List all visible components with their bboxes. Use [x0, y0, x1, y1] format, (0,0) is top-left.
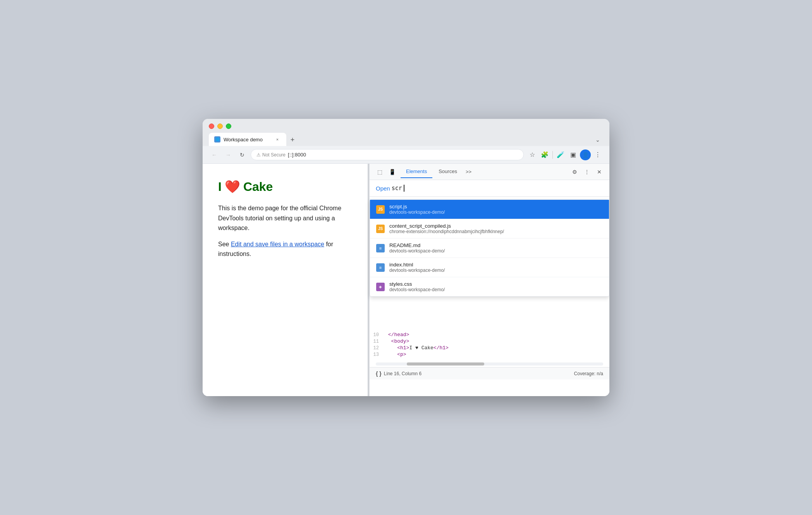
file-name-readme: README.md: [389, 242, 445, 248]
devtools-panel: ⬚ 📱 Elements Sources >> ⚙: [369, 164, 609, 396]
tab-bar: 🌐 Workspace demo × + ⌄: [209, 133, 603, 146]
heart-icon: ❤️: [225, 179, 240, 194]
page-heading: I ❤️ Cake: [218, 179, 352, 194]
tab-close-button[interactable]: ×: [274, 136, 281, 143]
code-area-wrapper: 10 </head> 11 <body> 12 <h1>I ♥ Cake</h1…: [370, 328, 609, 396]
code-line-13: 13 <p>: [370, 351, 609, 358]
new-tab-button[interactable]: +: [287, 134, 298, 145]
menu-button[interactable]: ⋮: [592, 149, 603, 160]
omnibox-typed-text: scr: [392, 185, 402, 192]
extensions-button[interactable]: 🧩: [539, 149, 550, 160]
coverage-status: Coverage: n/a: [574, 371, 603, 376]
file-path-index-html: devtools-workspace-demo/: [389, 268, 445, 273]
heading-cake: Cake: [243, 180, 273, 194]
devtools-settings-button[interactable]: ⚙: [569, 167, 580, 177]
omnibox-area: Open scr JS script.js devtools-workspace…: [370, 180, 609, 197]
file-item-script-js[interactable]: JS script.js devtools-workspace-demo/: [370, 200, 609, 219]
sidebar-button[interactable]: ▣: [568, 149, 578, 160]
devtools-tabs: Elements Sources >>: [401, 165, 568, 178]
main-content: I ❤️ Cake This is the demo page for the …: [203, 164, 609, 396]
code-line-11: 11 <body>: [370, 338, 609, 345]
omnibox-open-label: Open: [376, 185, 390, 192]
profile-button[interactable]: 👤: [580, 149, 591, 160]
file-item-index-html[interactable]: ≡ index.html devtools-workspace-demo/: [370, 258, 609, 277]
page-link-paragraph: See Edit and save files in a workspace f…: [218, 239, 352, 259]
back-button[interactable]: ←: [209, 149, 220, 160]
file-item-content-script[interactable]: JS content_script_compiled.js chrome-ext…: [370, 219, 609, 239]
scrollbar-thumb[interactable]: [407, 362, 484, 366]
omnibox-input[interactable]: Open scr: [376, 185, 603, 192]
code-editor[interactable]: 10 </head> 11 <body> 12 <h1>I ♥ Cake</h1…: [370, 328, 609, 361]
device-icon: 📱: [389, 169, 396, 175]
settings-icon: ⚙: [572, 169, 577, 175]
js-file-icon: JS: [376, 205, 385, 214]
ext-file-icon: JS: [376, 225, 385, 233]
forward-button[interactable]: →: [223, 149, 234, 160]
browser-window: 🌐 Workspace demo × + ⌄ ← → ↻ ⚠ Not Secur…: [203, 119, 609, 396]
heading-i: I: [218, 180, 222, 194]
file-name-content-script: content_script_compiled.js: [389, 223, 504, 229]
file-path-script-js: devtools-workspace-demo/: [389, 209, 445, 215]
url-bar[interactable]: ⚠ Not Secure [::]:8000: [251, 149, 524, 160]
profile-icon: 👤: [582, 152, 589, 158]
file-name-script-js: script.js: [389, 204, 445, 209]
devtools-close-button[interactable]: ✕: [594, 167, 605, 177]
devtools-status-bar: { } Line 16, Column 6 Coverage: n/a: [370, 367, 609, 379]
html-file-icon: ≡: [376, 263, 385, 272]
file-name-index-html: index.html: [389, 262, 445, 268]
maximize-button[interactable]: [226, 124, 231, 129]
see-text: See: [218, 241, 231, 247]
code-line-10: 10 </head>: [370, 331, 609, 338]
menu-icon: ⋮: [584, 169, 590, 175]
file-item-styles-css[interactable]: ◈ styles.css devtools-workspace-demo/: [370, 277, 609, 296]
tab-favicon-icon: 🌐: [214, 136, 220, 142]
reload-button[interactable]: ↻: [237, 149, 248, 160]
browser-tab[interactable]: 🌐 Workspace demo ×: [209, 133, 286, 146]
file-list-dropdown: JS script.js devtools-workspace-demo/ JS…: [370, 199, 609, 297]
traffic-lights: [209, 124, 603, 129]
file-name-styles-css: styles.css: [389, 281, 445, 287]
file-path-readme: devtools-workspace-demo/: [389, 248, 445, 254]
warning-icon: ⚠: [256, 152, 261, 158]
tab-sources[interactable]: Sources: [433, 165, 463, 178]
divider: [552, 151, 553, 159]
security-warning: ⚠ Not Secure: [256, 152, 286, 158]
cursor-position: Line 16, Column 6: [384, 371, 421, 376]
devtools-toolbar-actions: ⚙ ⋮ ✕: [569, 167, 605, 177]
text-cursor: [404, 185, 404, 192]
format-button[interactable]: { }: [376, 371, 382, 377]
bookmark-button[interactable]: ☆: [527, 149, 538, 160]
address-bar: ← → ↻ ⚠ Not Secure [::]:8000 ☆ 🧩 🧪 ▣ 👤 ⋮: [203, 146, 609, 164]
code-line-12: 12 <h1>I ♥ Cake</h1>: [370, 345, 609, 351]
page-content: I ❤️ Cake This is the demo page for the …: [203, 164, 368, 396]
device-toolbar-button[interactable]: 📱: [387, 167, 397, 177]
md-file-icon: ≡: [376, 244, 385, 252]
devtools-toolbar: ⬚ 📱 Elements Sources >> ⚙: [370, 164, 609, 180]
file-path-styles-css: devtools-workspace-demo/: [389, 287, 445, 292]
inspect-element-button[interactable]: ⬚: [374, 167, 385, 177]
tab-dropdown-button[interactable]: ⌄: [592, 135, 603, 144]
url-text: [::]:8000: [288, 152, 306, 158]
tab-elements[interactable]: Elements: [401, 165, 432, 178]
css-file-icon: ◈: [376, 283, 385, 291]
page-description: This is the demo page for the official C…: [218, 203, 352, 233]
horizontal-scrollbar[interactable]: [376, 362, 603, 366]
title-bar: 🌐 Workspace demo × + ⌄: [203, 119, 609, 146]
tab-title: Workspace demo: [224, 137, 271, 142]
close-button[interactable]: [209, 124, 214, 129]
workspace-link[interactable]: Edit and save files in a workspace: [231, 241, 324, 247]
minimize-button[interactable]: [217, 124, 223, 129]
file-item-readme[interactable]: ≡ README.md devtools-workspace-demo/: [370, 239, 609, 258]
more-tabs-button[interactable]: >>: [463, 166, 474, 178]
address-bar-actions: ☆ 🧩 🧪 ▣ 👤 ⋮: [527, 149, 603, 160]
inspect-icon: ⬚: [377, 169, 382, 175]
file-path-content-script: chrome-extension://noondiphcddnnabmjcihc…: [389, 229, 504, 234]
close-icon: ✕: [597, 169, 602, 175]
devtools-button[interactable]: 🧪: [555, 149, 566, 160]
devtools-menu-button[interactable]: ⋮: [581, 167, 592, 177]
